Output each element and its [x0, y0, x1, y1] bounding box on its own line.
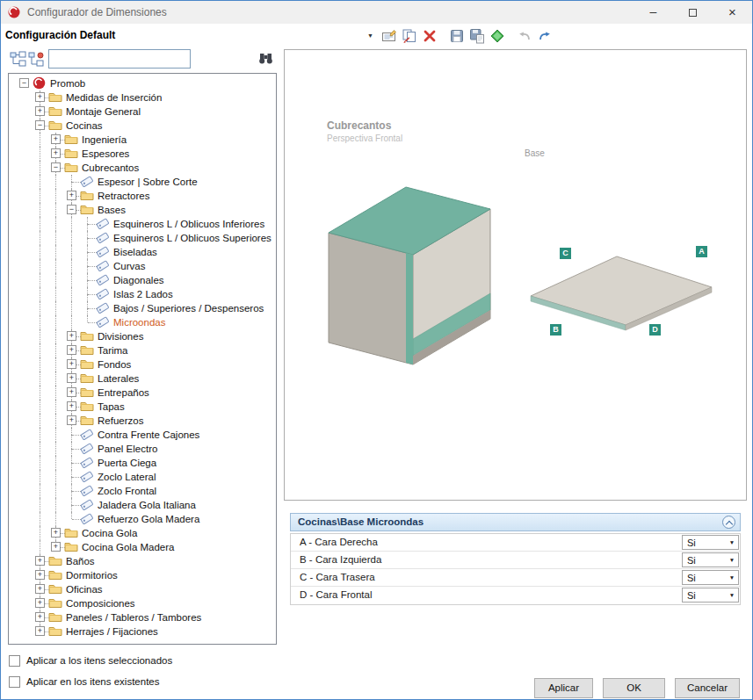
tree-expand-toggle[interactable]: + [51, 148, 61, 158]
tree-expand-toggle[interactable]: − [19, 78, 29, 88]
tree-search-input[interactable] [48, 49, 191, 69]
apply-selected-checkbox[interactable] [9, 655, 20, 667]
tree-expand-toggle[interactable]: + [67, 359, 76, 369]
tree-guide-line [40, 147, 40, 161]
tree-item[interactable]: +Ingeniería [9, 133, 276, 147]
tree-item[interactable]: +Baños [9, 554, 276, 568]
tree-item[interactable]: +Refuerzos [9, 414, 276, 428]
tree-expand-toggle[interactable]: + [51, 542, 61, 552]
tree-item[interactable]: Espesor | Sobre Corte [9, 175, 276, 189]
tree-expand-toggle[interactable]: − [67, 205, 76, 214]
property-value-dropdown[interactable]: Si▼ [682, 570, 739, 585]
cancelar-button[interactable]: Cancelar [675, 678, 740, 698]
import-config-icon[interactable] [515, 27, 533, 45]
tree-expand-toggle[interactable]: + [35, 584, 45, 594]
tree-item[interactable]: +Cocina Gola Madera [9, 540, 276, 554]
property-value-dropdown[interactable]: Si▼ [682, 535, 739, 550]
tree-item[interactable]: Puerta Ciega [9, 456, 276, 470]
tree-item[interactable]: +Fondos [9, 357, 276, 372]
save-config-icon[interactable] [447, 27, 466, 45]
tree-item[interactable]: Curvas [9, 259, 276, 273]
tree-item[interactable]: −Bases [9, 203, 276, 217]
tree-expand-toggle[interactable]: + [67, 387, 76, 397]
property-value: Si [683, 555, 726, 566]
locate-item-icon[interactable] [28, 51, 46, 69]
tree-item[interactable]: +Laterales [9, 372, 276, 386]
edit-name-icon[interactable] [380, 27, 398, 45]
tree-item[interactable]: +Composiciones [9, 596, 276, 610]
save-as-config-icon[interactable] [467, 27, 486, 45]
tree-item[interactable]: Bajos / Superiores / Despenseros [9, 301, 276, 315]
tree-expand-toggle[interactable]: + [51, 528, 61, 538]
apply-config-icon[interactable] [488, 27, 506, 45]
tree-expand-toggle[interactable]: − [51, 162, 61, 172]
tree-item[interactable]: +Tarima [9, 343, 276, 357]
tree-item[interactable]: +Divisiones [9, 329, 276, 343]
tree-item[interactable]: Diagonales [9, 273, 276, 287]
tree-expand-toggle[interactable]: + [67, 191, 76, 200]
minimize-button[interactable]: – [634, 1, 673, 24]
copy-config-icon[interactable] [400, 27, 418, 45]
tree-item[interactable]: Esquineros L / Oblicuos Inferiores [9, 217, 276, 231]
tree-item[interactable]: Islas 2 Lados [9, 287, 276, 301]
find-binoculars-icon[interactable] [257, 51, 275, 69]
tree-item-label: Tarima [96, 344, 130, 357]
tree-hierarchy-icon[interactable] [10, 51, 27, 69]
maximize-button[interactable] [673, 1, 713, 24]
collapse-properties-button[interactable] [722, 516, 735, 529]
tree-item[interactable]: Biseladas [9, 245, 276, 259]
tree-expand-toggle[interactable]: + [67, 373, 76, 383]
tree-item[interactable]: +Paneles / Tableros / Tambores [9, 610, 276, 624]
tree-expand-toggle[interactable]: + [67, 345, 76, 355]
tree-expand-toggle[interactable]: + [51, 134, 61, 144]
dimension-tag-icon [80, 470, 94, 484]
tree-expand-toggle[interactable]: + [67, 331, 76, 341]
tree-expand-toggle[interactable]: − [35, 120, 45, 130]
tree-item[interactable]: +Oficinas [9, 582, 276, 596]
tree-item[interactable]: +Cocina Gola [9, 526, 276, 540]
tree-item[interactable]: −Promob [9, 76, 276, 90]
tree-item[interactable]: Jaladera Gola Italiana [9, 498, 276, 512]
tree-item[interactable]: −Cocinas [9, 119, 276, 133]
tree-item[interactable]: +Entrepaños [9, 386, 276, 400]
tree-item-label: Divisiones [96, 330, 145, 343]
tree-item[interactable]: +Medidas de Inserción [9, 90, 276, 105]
preview-item-label: Base [525, 148, 545, 158]
aplicar-button[interactable]: Aplicar [534, 678, 593, 698]
tree-item[interactable]: −Cubrecantos [9, 161, 276, 175]
tree-item[interactable]: Zoclo Frontal [9, 484, 276, 498]
folder-icon [48, 610, 62, 624]
tree-expand-toggle[interactable]: + [35, 612, 45, 622]
folder-icon [80, 414, 94, 428]
tree-item[interactable]: +Retractores [9, 189, 276, 203]
tree-expand-toggle[interactable]: + [35, 92, 45, 102]
tree-item[interactable]: Contra Frente Cajones [9, 428, 276, 442]
apply-existing-checkbox[interactable] [9, 676, 20, 688]
close-button[interactable]: × [713, 1, 752, 24]
export-config-icon[interactable] [535, 27, 554, 45]
tree-item[interactable]: Esquineros L / Oblicuos Superiores [9, 231, 276, 245]
tree-item[interactable]: +Dormitorios [9, 568, 276, 582]
property-value-dropdown[interactable]: Si▼ [682, 552, 739, 567]
tree-expand-toggle[interactable]: + [67, 415, 76, 425]
tree-expand-toggle[interactable]: + [35, 626, 45, 636]
tree-item[interactable]: Panel Electro [9, 442, 276, 456]
tree-expand-toggle[interactable]: + [67, 401, 76, 411]
tree-item[interactable]: +Tapas [9, 400, 276, 414]
tree-item[interactable]: +Herrajes / Fijaciones [9, 624, 276, 639]
tree-item[interactable]: Microondas [9, 315, 276, 329]
dimension-tag-icon [96, 217, 110, 231]
tree-item[interactable]: +Montaje General [9, 105, 276, 119]
tree-item[interactable]: +Espesores [9, 147, 276, 161]
config-dropdown-caret-icon[interactable]: ▼ [367, 32, 373, 39]
tree-expand-toggle[interactable]: + [35, 556, 45, 566]
property-value-dropdown[interactable]: Si▼ [682, 588, 739, 603]
ok-button[interactable]: OK [603, 678, 665, 698]
tree-item[interactable]: Zoclo Lateral [9, 470, 276, 484]
config-selector[interactable]: Configuración Default [5, 24, 115, 47]
tree-expand-toggle[interactable]: + [35, 570, 45, 580]
tree-expand-toggle[interactable]: + [35, 598, 45, 608]
delete-config-icon[interactable] [420, 27, 438, 45]
tree-item[interactable]: Refuerzo Gola Madera [9, 512, 276, 526]
tree-expand-toggle[interactable]: + [35, 106, 45, 116]
